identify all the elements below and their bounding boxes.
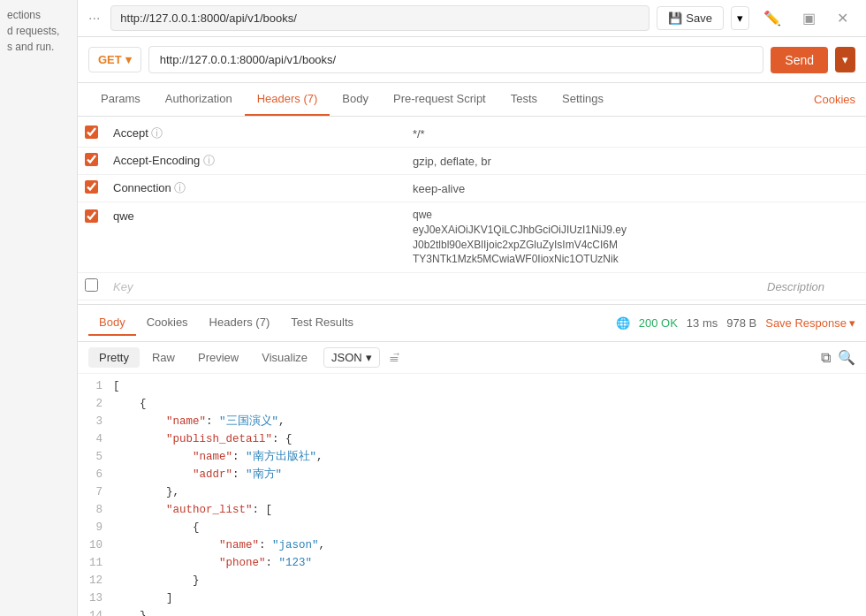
encoding-checkbox[interactable] (85, 153, 98, 166)
top-actions: 💾 Save ▾ ✏️ ▣ ✕ (657, 6, 855, 30)
save-button[interactable]: 💾 Save (657, 6, 724, 30)
send-button[interactable]: Send (771, 47, 828, 73)
code-line-1: 1 [ (78, 377, 866, 395)
fmt-tab-visualize[interactable]: Visualize (251, 347, 318, 368)
fmt-tab-preview[interactable]: Preview (187, 347, 249, 368)
tab-tests[interactable]: Tests (498, 83, 550, 116)
method-label: GET (98, 53, 122, 66)
tab-prerequest[interactable]: Pre-request Script (381, 83, 498, 116)
search-button[interactable]: 🔍 (838, 349, 855, 366)
close-icon-button[interactable]: ✕ (830, 6, 855, 30)
connection-value: keep-alive (406, 175, 760, 202)
edit-icon-button[interactable]: ✏️ (756, 6, 788, 30)
qwe-checkbox[interactable] (85, 209, 98, 223)
save-icon: 💾 (668, 11, 682, 25)
fmt-tab-raw[interactable]: Raw (141, 347, 186, 368)
format-tabs: Pretty Raw Preview Visualize (88, 347, 318, 368)
response-size: 978 B (726, 316, 756, 330)
qwe-key: qwe (106, 202, 406, 273)
format-actions: ⧉ 🔍 (821, 349, 855, 366)
code-line-8: 8 "author_list": [ (78, 501, 866, 519)
sidebar-text3: s and run. (7, 39, 70, 55)
status-ok-badge: 200 OK (639, 316, 678, 330)
method-arrow-icon: ▾ (125, 53, 132, 66)
accept-value: */* (406, 120, 760, 148)
tab-authorization[interactable]: Authorization (153, 83, 245, 116)
code-panel: 1 [ 2 { 3 "name": "三国演义", 4 "publish_det… (78, 374, 866, 616)
fmt-tab-pretty[interactable]: Pretty (88, 347, 140, 368)
code-line-2: 2 { (78, 395, 866, 413)
save-response-label: Save Response (765, 316, 847, 330)
new-value[interactable] (406, 273, 760, 300)
save-label: Save (686, 11, 712, 25)
send-arrow-button[interactable]: ▾ (835, 47, 855, 72)
save-response-button[interactable]: Save Response ▾ (765, 316, 855, 330)
resp-tab-body[interactable]: Body (88, 310, 136, 336)
connection-desc (760, 175, 866, 202)
method-select[interactable]: GET ▾ (88, 47, 141, 72)
format-bar: Pretty Raw Preview Visualize JSON ▾ ≡⃗ ⧉… (78, 342, 866, 374)
code-line-7: 7 }, (78, 483, 866, 501)
encoding-value: gzip, deflate, br (406, 148, 760, 175)
tab-settings[interactable]: Settings (550, 83, 616, 116)
layout-icon-button[interactable]: ▣ (795, 6, 823, 30)
new-desc: Description (760, 273, 866, 300)
json-arrow-icon: ▾ (366, 351, 372, 364)
table-row: qwe qweeyJ0eXAiOiJKV1QiLCJhbGciOiJIUzI1N… (78, 202, 866, 273)
connection-checkbox[interactable] (85, 180, 98, 194)
save-response-arrow: ▾ (849, 316, 855, 330)
send-label: Send (785, 53, 814, 67)
table-row: Connection ⓘ keep-alive (78, 175, 866, 202)
code-line-4: 4 "publish_detail": { (78, 430, 866, 448)
code-line-12: 12 } (78, 572, 866, 589)
accept-checkbox[interactable] (85, 125, 98, 139)
tab-headers[interactable]: Headers (7) (245, 83, 330, 116)
table-row: Accept-Encoding ⓘ gzip, deflate, br (78, 148, 866, 175)
table-row: Accept ⓘ */* (78, 120, 866, 148)
resp-tab-headers[interactable]: Headers (7) (199, 310, 281, 336)
table-row: Key Description (78, 273, 866, 300)
response-status: 🌐 200 OK 13 ms 978 B Save Response ▾ (616, 316, 855, 330)
main-content: ··· http://127.0.0.1:8000/api/v1/books/ … (78, 0, 866, 616)
resp-tab-testresults[interactable]: Test Results (280, 310, 364, 336)
qwe-value: qweeyJ0eXAiOiJKV1QiLCJhbGciOiJIUzI1NiJ9.… (406, 202, 760, 273)
new-row-checkbox[interactable] (85, 278, 98, 292)
url-input[interactable] (148, 46, 764, 73)
dots-icon: ··· (88, 11, 100, 27)
left-sidebar: ections d requests, s and run. (0, 0, 78, 616)
connection-key: Connection ⓘ (106, 175, 406, 202)
response-bar: Body Cookies Headers (7) Test Results 🌐 … (78, 305, 866, 342)
top-url-text: http://127.0.0.1:8000/api/v1/books/ (111, 6, 649, 30)
qwe-desc (760, 202, 866, 273)
top-bar: ··· http://127.0.0.1:8000/api/v1/books/ … (78, 0, 866, 37)
new-key[interactable]: Key (106, 273, 406, 300)
code-line-13: 13 ] (78, 589, 866, 607)
headers-section: Accept ⓘ */* Accept-Encoding ⓘ gzip, def… (78, 117, 866, 305)
tab-params[interactable]: Params (88, 83, 153, 116)
globe-icon: 🌐 (616, 316, 630, 330)
code-line-14: 14 }, (78, 607, 866, 616)
accept-key: Accept ⓘ (106, 120, 406, 148)
filter-icon[interactable]: ≡⃗ (389, 351, 399, 365)
accept-desc (760, 120, 866, 148)
json-format-select[interactable]: JSON ▾ (323, 347, 380, 368)
code-line-5: 5 "name": "南方出版社", (78, 448, 866, 466)
cookies-link[interactable]: Cookies (814, 84, 855, 115)
response-tabs: Body Cookies Headers (7) Test Results (88, 310, 364, 336)
resp-tab-cookies[interactable]: Cookies (136, 310, 199, 336)
request-tabs-bar: Params Authorization Headers (7) Body Pr… (78, 83, 866, 117)
code-line-3: 3 "name": "三国演义", (78, 413, 866, 430)
sidebar-text2: d requests, (7, 23, 70, 39)
encoding-desc (760, 148, 866, 175)
save-arrow-button[interactable]: ▾ (731, 6, 749, 30)
response-time: 13 ms (687, 316, 718, 330)
sidebar-text: ections (7, 7, 70, 23)
top-url-bar: http://127.0.0.1:8000/api/v1/books/ (110, 5, 650, 31)
code-line-9: 9 { (78, 519, 866, 536)
headers-table: Accept ⓘ */* Accept-Encoding ⓘ gzip, def… (78, 120, 866, 300)
copy-button[interactable]: ⧉ (821, 349, 831, 366)
code-line-10: 10 "name": "jason", (78, 536, 866, 554)
tab-body[interactable]: Body (330, 83, 381, 116)
json-label: JSON (331, 351, 362, 364)
encoding-key: Accept-Encoding ⓘ (106, 148, 406, 175)
